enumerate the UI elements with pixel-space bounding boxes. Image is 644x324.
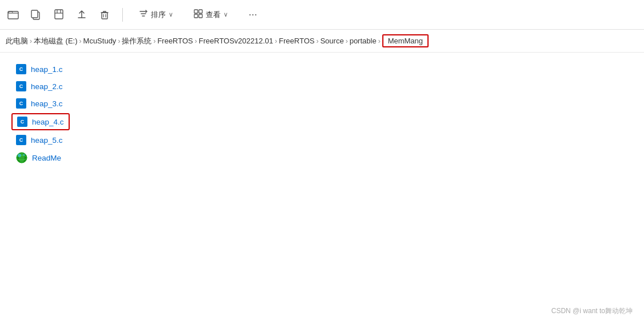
c-file-icon: C — [16, 98, 26, 109]
share-icon[interactable] — [75, 9, 88, 21]
svg-rect-6 — [199, 10, 202, 13]
svg-rect-0 — [8, 11, 18, 19]
breadcrumb-label-memmang: MemMang — [388, 37, 423, 45]
copy-icon[interactable] — [30, 9, 42, 21]
breadcrumb-sep-6: › — [316, 37, 318, 45]
breadcrumb-item-freertosv[interactable]: FreeRTOSv202212.01 — [199, 37, 273, 45]
sort-arrow: ∨ — [169, 11, 173, 18]
file-list: C heap_1.c C heap_2.c C heap_3.c C heap_… — [0, 53, 644, 175]
svg-rect-2 — [31, 10, 38, 18]
file-name-heap4: heap_4.c — [32, 118, 64, 126]
c-file-icon: C — [17, 117, 27, 127]
file-item-heap1[interactable]: C heap_1.c — [11, 62, 67, 77]
breadcrumb-item-portable[interactable]: portable — [350, 37, 377, 45]
breadcrumb-label-pc: 此电脑 — [6, 36, 28, 46]
toolbar: 排序 ∨ 查看 ∨ ··· — [0, 0, 644, 30]
breadcrumb-sep-7: › — [346, 37, 348, 45]
breadcrumb-sep-1: › — [79, 37, 82, 45]
sort-button[interactable]: 排序 ∨ — [134, 7, 178, 22]
breadcrumb-item-freertos[interactable]: FreeRTOS — [157, 37, 193, 45]
toolbar-icons — [7, 9, 111, 21]
delete-icon[interactable] — [98, 9, 111, 21]
svg-rect-8 — [199, 14, 202, 18]
file-name-heap3: heap_3.c — [31, 99, 63, 108]
breadcrumb-sep-5: › — [275, 37, 277, 45]
svg-point-13 — [18, 154, 21, 157]
breadcrumb-sep-8: › — [378, 37, 381, 45]
svg-rect-4 — [102, 13, 107, 19]
file-item-heap3[interactable]: C heap_3.c — [11, 96, 67, 111]
breadcrumb-bar: 此电脑 › 本地磁盘 (E:) › McuStudy › 操作系统 › Free… — [0, 30, 644, 53]
c-file-icon: C — [16, 135, 26, 145]
file-name-heap1: heap_1.c — [31, 65, 63, 74]
breadcrumb-label-disk: 本地磁盘 (E:) — [34, 36, 78, 46]
file-item-heap4[interactable]: C heap_4.c — [11, 113, 70, 130]
breadcrumb-sep-0: › — [30, 37, 32, 45]
breadcrumb-item-memmang[interactable]: MemMang — [382, 34, 429, 47]
file-name-readme: ReadMe — [32, 154, 61, 162]
sort-icon — [139, 9, 148, 20]
breadcrumb-sep-3: › — [153, 37, 155, 45]
c-file-icon: C — [16, 64, 26, 74]
svg-rect-7 — [194, 14, 198, 18]
file-item-heap2[interactable]: C heap_2.c — [11, 79, 67, 94]
breadcrumb-label-freertos: FreeRTOS — [157, 37, 193, 45]
breadcrumb-item-freertos2[interactable]: FreeRTOS — [279, 37, 314, 45]
breadcrumb-item-os[interactable]: 操作系统 — [122, 36, 151, 46]
view-button[interactable]: 查看 ∨ — [189, 7, 233, 22]
breadcrumb-item-pc[interactable]: 此电脑 — [6, 36, 28, 46]
svg-rect-3 — [55, 10, 63, 19]
sort-label: 排序 — [151, 10, 166, 20]
breadcrumb-label-os: 操作系统 — [122, 36, 151, 46]
file-name-heap5: heap_5.c — [31, 136, 63, 145]
breadcrumb-label-mcustudy: McuStudy — [83, 37, 117, 45]
new-folder-icon[interactable] — [7, 9, 19, 21]
svg-point-14 — [23, 154, 25, 156]
breadcrumb-sep-2: › — [118, 37, 120, 45]
breadcrumb-item-mcustudy[interactable]: McuStudy — [83, 37, 117, 45]
breadcrumb-label-freertosv: FreeRTOSv202212.01 — [199, 37, 273, 45]
file-name-heap2: heap_2.c — [31, 82, 63, 91]
more-options-button[interactable]: ··· — [244, 6, 262, 23]
breadcrumb-label-portable: portable — [350, 37, 377, 45]
toolbar-divider — [122, 8, 123, 22]
file-item-heap5[interactable]: C heap_5.c — [11, 133, 67, 147]
breadcrumb-item-source[interactable]: Source — [320, 37, 343, 45]
breadcrumb-item-disk[interactable]: 本地磁盘 (E:) — [34, 36, 78, 46]
breadcrumb-label-source: Source — [320, 37, 343, 45]
view-icon — [194, 9, 203, 20]
watermark: CSDN @i want to舞动乾坤 — [551, 306, 633, 316]
file-item-readme[interactable]: ReadMe — [11, 150, 66, 166]
cut-icon[interactable] — [53, 9, 65, 21]
breadcrumb-label-freertos2: FreeRTOS — [279, 37, 314, 45]
c-file-icon: C — [16, 81, 26, 91]
svg-rect-5 — [194, 10, 198, 13]
breadcrumb-sep-4: › — [195, 37, 197, 45]
view-label: 查看 — [206, 10, 221, 20]
readme-icon — [16, 152, 27, 163]
view-arrow: ∨ — [223, 11, 228, 18]
